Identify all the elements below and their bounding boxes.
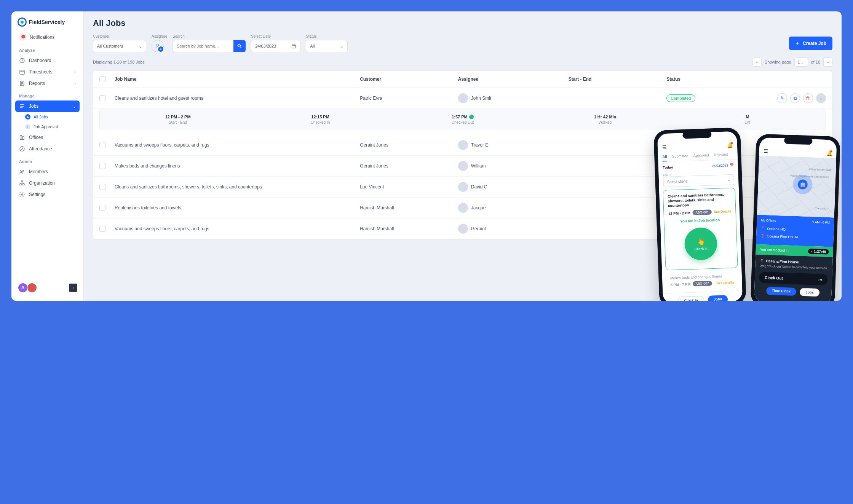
tab-approved[interactable]: Approved	[693, 151, 709, 160]
create-job-button[interactable]: ＋ Create Job	[789, 37, 832, 50]
row-checkbox[interactable]	[99, 184, 105, 190]
assignee-picker[interactable]	[152, 40, 164, 52]
calendar-icon	[19, 69, 25, 75]
job-code: ABG-007	[693, 281, 712, 286]
table-row[interactable]: Cleans and sanitizes hotel and guest roo…	[93, 88, 832, 109]
menu-icon[interactable]: ☰	[662, 144, 667, 150]
collapse-sidebar-button[interactable]: ‹	[69, 284, 77, 292]
cell-customer: Patric Evra	[360, 96, 458, 101]
col-assignee: Assignee	[458, 77, 569, 82]
phone-timeclock: ☰ 🔔 🏢 Irvine Turner Blvd Police Departme…	[750, 134, 840, 301]
col-status: Status	[666, 77, 740, 82]
col-start-end: Start - End	[569, 77, 667, 82]
client-select[interactable]: Select client⌄	[663, 174, 734, 187]
sidebar-item-members[interactable]: Members	[15, 166, 80, 177]
menu-icon[interactable]: ☰	[764, 148, 768, 154]
tab-all[interactable]: All	[662, 152, 667, 161]
row-checkbox[interactable]	[99, 226, 105, 232]
gear-icon	[19, 191, 25, 198]
tab-submitted[interactable]: Submitted	[672, 152, 688, 161]
row-checkbox[interactable]	[99, 142, 105, 148]
cell-customer: Geraint Jones	[360, 142, 458, 148]
label: Attendance	[29, 146, 52, 152]
chevron-down-icon: ⌄	[340, 44, 343, 49]
customer-select[interactable]: All Customers ⌄	[93, 40, 146, 52]
chevron-right-icon: ›	[75, 70, 76, 74]
in-location-text: You are in Job location	[668, 217, 732, 223]
nav-timeclock-button[interactable]: Time Clock	[766, 287, 796, 296]
cell-assignee: John Smit	[458, 93, 569, 103]
tap-icon: 👆	[696, 237, 706, 246]
job-time: 5 PM - 7 PM	[670, 282, 690, 287]
avatar-icon	[458, 93, 468, 103]
row-checkbox[interactable]	[99, 163, 105, 169]
check-in-button[interactable]: 👆 Check In	[684, 227, 717, 260]
chevron-down-icon: ⌄	[727, 178, 730, 182]
svg-rect-4	[22, 137, 24, 139]
clock-out-panel: 📍Oceana Firm House Drag 'Clock out' butt…	[754, 254, 833, 301]
prev-page-button[interactable]: ←	[752, 57, 762, 67]
cell-customer: Geraint Jones	[360, 163, 458, 169]
job-card-next[interactable]: Makes beds and changes linens 5 PM - 7 P…	[666, 271, 738, 290]
sidebar-subitem-all-jobs[interactable]: A All Jobs	[15, 112, 80, 122]
job-card-active[interactable]: Cleans and sanitizes bathrooms, showers,…	[663, 188, 738, 270]
edit-button[interactable]: ✎	[777, 93, 787, 103]
search-button[interactable]	[233, 40, 246, 52]
chevron-right-icon: ›››	[818, 278, 823, 282]
see-details-link[interactable]: See Details	[717, 281, 734, 285]
tab-rejected[interactable]: Rejected	[714, 150, 728, 160]
bell-icon[interactable]: 🔔	[826, 150, 832, 156]
collapse-row-button[interactable]: ⌄	[816, 93, 826, 103]
date-picker[interactable]: 24/03/2023 📅	[712, 163, 733, 167]
offices-panel: My Offices 9 AM - 6 PM 📍Oceana HQ 📍Ocean…	[756, 215, 834, 247]
nav-jobs-button[interactable]: Jobs	[799, 288, 820, 297]
bell-icon[interactable]: 🔔	[727, 142, 733, 148]
check-dot-icon	[469, 115, 474, 119]
date-input[interactable]: 24/03/2023	[251, 40, 300, 52]
sidebar-item-offices[interactable]: Offices	[15, 132, 80, 143]
avatar-other[interactable]	[27, 282, 37, 293]
sidebar-item-jobs[interactable]: Jobs ⌄	[15, 100, 80, 112]
label: Jobs	[29, 104, 38, 109]
listing-meta: Displaying 1-20 of 190 Jobs ← Showing pa…	[93, 57, 832, 67]
delete-button[interactable]: 🗑	[803, 93, 813, 103]
sidebar-subitem-job-approval[interactable]: T Job Approval	[15, 122, 80, 132]
sidebar-item-organization[interactable]: Organization	[15, 177, 80, 189]
map-street-label: Irvine Turner Blvd	[809, 168, 831, 172]
cell-name: Vacuums and sweeps floors, carpets, and …	[115, 142, 360, 148]
next-page-button[interactable]: →	[823, 57, 832, 67]
status-select[interactable]: All ⌄	[306, 40, 348, 52]
sidebar-item-attendance[interactable]: Attendance	[15, 143, 80, 155]
value: 24/03/2023	[255, 44, 276, 48]
list-icon	[19, 103, 25, 109]
label: Reports	[29, 81, 45, 86]
row-checkbox[interactable]	[99, 95, 105, 101]
nav-clockin-button[interactable]: Clock In	[678, 296, 704, 301]
phone-jobs: ☰ 🔔 All Submitted Approved Rejected Toda…	[653, 128, 746, 301]
sidebar-item-notifications[interactable]: Notifications	[15, 31, 80, 43]
chevron-down-icon: ⌄	[801, 60, 804, 64]
section-analyze: Analyze	[15, 43, 80, 55]
svg-rect-8	[21, 181, 23, 182]
sidebar-footer: A ‹	[15, 280, 80, 295]
pagination: ← Showing page 1 ⌄ of 10 →	[752, 57, 832, 67]
row-checkbox[interactable]	[99, 205, 105, 211]
sidebar-item-reports[interactable]: Reports ›	[15, 78, 80, 89]
nav-jobs-button[interactable]: Jobs	[708, 295, 728, 301]
label: All Jobs	[34, 115, 48, 119]
page-select[interactable]: 1 ⌄	[794, 57, 808, 67]
select-all-checkbox[interactable]	[99, 76, 105, 82]
sidebar-item-dashboard[interactable]: Dashboard	[15, 55, 80, 66]
col-customer: Customer	[360, 77, 458, 82]
svg-point-13	[238, 44, 240, 47]
copy-button[interactable]: ⧉	[790, 93, 800, 103]
search-input[interactable]	[173, 40, 233, 52]
status-badge: Completed	[666, 94, 695, 102]
table-header: Job Name Customer Assignee Start - End S…	[93, 71, 832, 88]
sidebar-item-settings[interactable]: Settings	[15, 189, 80, 200]
svg-point-12	[157, 44, 158, 46]
section-admin: Admin	[15, 155, 80, 166]
see-details-link[interactable]: See Details	[714, 209, 731, 214]
sidebar-item-timesheets[interactable]: Timesheets ›	[15, 66, 80, 78]
map-view[interactable]: 🏢 Irvine Turner Blvd Police Department-1…	[757, 156, 836, 218]
